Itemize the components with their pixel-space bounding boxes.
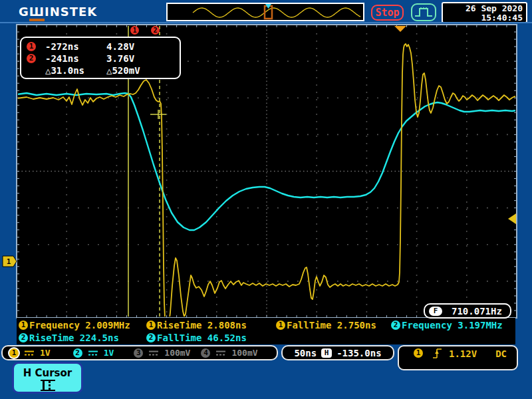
trigger-source-badge-icon: 1 — [414, 348, 423, 358]
h-cursor-button[interactable]: H Cursor — [12, 362, 83, 394]
channel-2-status[interactable]: 2 1V — [73, 348, 114, 358]
channel-4-status[interactable]: 4 100mV — [201, 348, 257, 358]
gwinstek-logo: GШINSTEK — [19, 5, 97, 19]
channel-3-status[interactable]: 3 100mV — [134, 348, 190, 358]
meas-ch2-risetime: 2 RiseTime 224.5ns — [19, 332, 119, 343]
cursor1-badge-icon: 1 — [27, 42, 36, 51]
pulse-trigger-icon[interactable] — [411, 3, 436, 21]
logo-sha: Ш — [29, 5, 45, 21]
channel-2-badge-icon: 2 — [73, 348, 82, 358]
horizontal-position-icon: H — [321, 348, 332, 358]
meas-ch2-frequency: 2 Frequency 3.197MHz — [391, 319, 503, 331]
cursor2-top-marker[interactable]: 2 — [151, 26, 160, 35]
header-divider — [0, 22, 532, 23]
preview-waveform-icon — [168, 4, 363, 20]
cursor1-time: -272ns — [36, 41, 100, 52]
meas-ch1-frequency: 1 Frequency 2.009MHz — [19, 319, 130, 331]
rising-edge-icon — [432, 348, 442, 359]
f-icon: F — [429, 307, 442, 316]
meas-ch1-falltime: 1 FallTime 2.750ns — [276, 319, 376, 331]
cursor-delta-row: △31.0ns △520mV — [27, 65, 180, 76]
timebase-position: -135.0ns — [336, 348, 381, 358]
trigger-frequency-badge: F 710.071Hz — [424, 303, 511, 319]
stop-button[interactable]: Stop — [371, 5, 404, 21]
oscilloscope-screen: { "header": { "logo_g": "G", "logo_sha":… — [0, 0, 532, 399]
ch1-badge-icon: 1 — [276, 321, 285, 330]
channel-4-badge-icon: 4 — [201, 348, 210, 358]
ch2-badge-icon: 2 — [391, 321, 400, 330]
cursor-row-1: 1 -272ns 4.28V — [27, 41, 180, 53]
h-cursor-label: H Cursor — [14, 367, 81, 379]
meas-ch1-risetime: 1 RiseTime 2.808ns — [146, 319, 247, 331]
meas-ch2-falltime: 2 FallTime 46.52ns — [146, 332, 247, 343]
waveform-preview-bar — [166, 3, 364, 21]
dc-coupling-icon — [24, 350, 35, 356]
cursor-row-2: 2 -241ns 3.76V — [27, 53, 180, 65]
ch2-badge-icon: 2 — [146, 333, 156, 342]
channel-status-bar: 1 1V 2 1V 3 100mV 4 100mV — [1, 345, 278, 360]
cursor-delta-time: △31.0ns — [27, 65, 100, 76]
ch2-badge-icon: 2 — [19, 333, 28, 342]
dc-coupling-icon — [88, 350, 98, 356]
dc-coupling-icon — [215, 350, 226, 356]
ch1-badge-icon: 1 — [19, 321, 28, 330]
channel-3-badge-icon: 3 — [134, 348, 143, 358]
trigger-coupling: DC — [495, 348, 507, 359]
cursor2-volt: 3.76V — [100, 53, 134, 64]
trigger-level: 1.12V — [449, 348, 477, 359]
logo-g: G — [19, 5, 29, 19]
time-text: 15:40:45 — [443, 13, 523, 23]
cursor1-top-marker[interactable]: 1 — [130, 26, 139, 35]
cursor1-volt: 4.28V — [100, 41, 134, 52]
cursor-delta-volt: △520mV — [100, 65, 140, 76]
trigger-frequency-value: 710.071Hz — [452, 306, 502, 317]
ch1-badge-icon: 1 — [146, 321, 156, 330]
timebase-scale: 50ns — [294, 348, 317, 358]
channel-1-status[interactable]: 1 1V — [9, 348, 51, 358]
trigger-status[interactable]: 1 1.12V DC — [398, 345, 518, 370]
logo-rest: INSTEK — [45, 5, 97, 19]
svg-text:1: 1 — [7, 257, 11, 266]
channel-1-badge-icon: 1 — [9, 348, 19, 358]
cursor-readout-panel: 1 -272ns 4.28V 2 -241ns 3.76V △31.0ns △5… — [20, 37, 181, 79]
datetime-display: 26 Sep 2020 15:40:45 — [442, 2, 527, 23]
dc-coupling-icon — [148, 350, 159, 356]
date-text: 26 Sep 2020 — [443, 4, 523, 13]
h-cursor-icon — [41, 380, 55, 391]
cursor2-time: -241ns — [36, 53, 100, 64]
timebase-status[interactable]: 50ns H -135.0ns — [281, 345, 394, 360]
cursor2-badge-icon: 2 — [27, 54, 36, 63]
